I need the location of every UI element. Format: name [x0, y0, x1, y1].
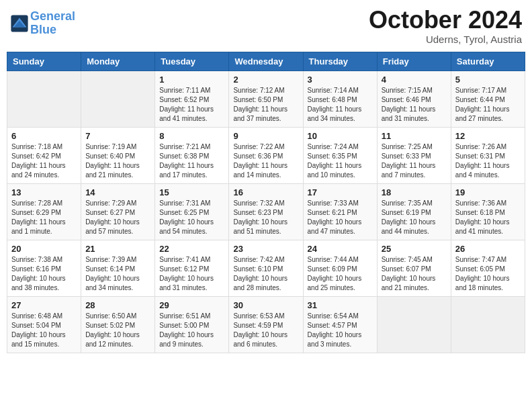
day-number: 19 [455, 187, 521, 197]
calendar-cell: 30Sunrise: 6:53 AM Sunset: 4:59 PM Dayli… [229, 296, 303, 353]
location: Uderns, Tyrol, Austria [369, 34, 522, 45]
calendar-cell: 23Sunrise: 7:42 AM Sunset: 6:10 PM Dayli… [229, 240, 303, 296]
calendar-cell: 3Sunrise: 7:14 AM Sunset: 6:48 PM Daylig… [303, 71, 377, 127]
day-number: 24 [308, 244, 373, 254]
day-info: Sunrise: 7:15 AM Sunset: 6:46 PM Dayligh… [382, 86, 447, 124]
calendar-cell: 15Sunrise: 7:31 AM Sunset: 6:25 PM Dayli… [155, 183, 229, 240]
day-info: Sunrise: 7:41 AM Sunset: 6:12 PM Dayligh… [159, 255, 224, 293]
weekday-header: Saturday [451, 52, 525, 71]
calendar-cell: 4Sunrise: 7:15 AM Sunset: 6:46 PM Daylig… [377, 71, 451, 127]
day-info: Sunrise: 6:51 AM Sunset: 5:00 PM Dayligh… [159, 312, 224, 349]
calendar-cell [7, 71, 81, 127]
day-info: Sunrise: 7:21 AM Sunset: 6:38 PM Dayligh… [159, 142, 224, 180]
calendar-cell: 12Sunrise: 7:26 AM Sunset: 6:31 PM Dayli… [451, 127, 525, 183]
day-info: Sunrise: 7:45 AM Sunset: 6:07 PM Dayligh… [382, 255, 447, 293]
day-number: 1 [159, 75, 224, 85]
day-number: 30 [233, 300, 298, 310]
calendar-cell: 27Sunrise: 6:48 AM Sunset: 5:04 PM Dayli… [7, 296, 81, 353]
day-info: Sunrise: 7:36 AM Sunset: 6:18 PM Dayligh… [455, 199, 521, 236]
weekday-header: Tuesday [155, 52, 229, 71]
day-info: Sunrise: 6:53 AM Sunset: 4:59 PM Dayligh… [233, 312, 298, 349]
day-number: 9 [233, 131, 298, 141]
day-number: 14 [85, 187, 150, 197]
day-number: 8 [159, 131, 224, 141]
day-info: Sunrise: 7:38 AM Sunset: 6:16 PM Dayligh… [11, 255, 77, 293]
calendar-cell: 21Sunrise: 7:39 AM Sunset: 6:14 PM Dayli… [81, 240, 155, 296]
day-info: Sunrise: 7:19 AM Sunset: 6:40 PM Dayligh… [85, 142, 150, 180]
day-number: 11 [382, 131, 447, 141]
title-block: October 2024 Uderns, Tyrol, Austria [369, 7, 522, 45]
calendar-cell: 25Sunrise: 7:45 AM Sunset: 6:07 PM Dayli… [377, 240, 451, 296]
day-number: 22 [159, 244, 224, 254]
day-info: Sunrise: 7:17 AM Sunset: 6:44 PM Dayligh… [455, 86, 521, 124]
calendar-cell: 7Sunrise: 7:19 AM Sunset: 6:40 PM Daylig… [81, 127, 155, 183]
calendar-week-row: 1Sunrise: 7:11 AM Sunset: 6:52 PM Daylig… [7, 71, 525, 127]
calendar-cell: 9Sunrise: 7:22 AM Sunset: 6:36 PM Daylig… [229, 127, 303, 183]
day-info: Sunrise: 7:18 AM Sunset: 6:42 PM Dayligh… [11, 142, 77, 180]
logo: General Blue [10, 10, 75, 37]
day-number: 6 [11, 131, 77, 141]
calendar-cell: 31Sunrise: 6:54 AM Sunset: 4:57 PM Dayli… [303, 296, 377, 353]
day-number: 3 [308, 75, 373, 85]
day-info: Sunrise: 7:32 AM Sunset: 6:23 PM Dayligh… [233, 199, 298, 236]
day-info: Sunrise: 7:25 AM Sunset: 6:33 PM Dayligh… [382, 142, 447, 180]
day-number: 29 [159, 300, 224, 310]
calendar-cell: 29Sunrise: 6:51 AM Sunset: 5:00 PM Dayli… [155, 296, 229, 353]
day-info: Sunrise: 7:29 AM Sunset: 6:27 PM Dayligh… [85, 199, 150, 236]
day-number: 4 [382, 75, 447, 85]
page-header: General Blue October 2024 Uderns, Tyrol,… [7, 7, 525, 45]
day-number: 10 [308, 131, 373, 141]
day-info: Sunrise: 6:50 AM Sunset: 5:02 PM Dayligh… [85, 312, 150, 349]
calendar-cell: 2Sunrise: 7:12 AM Sunset: 6:50 PM Daylig… [229, 71, 303, 127]
weekday-header: Thursday [303, 52, 377, 71]
day-number: 21 [85, 244, 150, 254]
day-number: 7 [85, 131, 150, 141]
calendar-cell: 10Sunrise: 7:24 AM Sunset: 6:35 PM Dayli… [303, 127, 377, 183]
calendar-cell: 1Sunrise: 7:11 AM Sunset: 6:52 PM Daylig… [155, 71, 229, 127]
calendar-week-row: 13Sunrise: 7:28 AM Sunset: 6:29 PM Dayli… [7, 183, 525, 240]
day-info: Sunrise: 7:11 AM Sunset: 6:52 PM Dayligh… [159, 86, 224, 124]
day-info: Sunrise: 6:48 AM Sunset: 5:04 PM Dayligh… [11, 312, 77, 349]
day-info: Sunrise: 7:26 AM Sunset: 6:31 PM Dayligh… [455, 142, 521, 180]
day-info: Sunrise: 7:39 AM Sunset: 6:14 PM Dayligh… [85, 255, 150, 293]
day-number: 18 [382, 187, 447, 197]
day-number: 23 [233, 244, 298, 254]
calendar-table: SundayMondayTuesdayWednesdayThursdayFrid… [7, 52, 525, 353]
calendar-cell [451, 296, 525, 353]
day-info: Sunrise: 7:22 AM Sunset: 6:36 PM Dayligh… [233, 142, 298, 180]
day-info: Sunrise: 7:42 AM Sunset: 6:10 PM Dayligh… [233, 255, 298, 293]
logo-icon [10, 14, 29, 33]
calendar-week-row: 27Sunrise: 6:48 AM Sunset: 5:04 PM Dayli… [7, 296, 525, 353]
day-number: 2 [233, 75, 298, 85]
calendar-cell: 16Sunrise: 7:32 AM Sunset: 6:23 PM Dayli… [229, 183, 303, 240]
day-info: Sunrise: 6:54 AM Sunset: 4:57 PM Dayligh… [308, 312, 373, 349]
weekday-header: Friday [377, 52, 451, 71]
day-number: 16 [233, 187, 298, 197]
day-number: 15 [159, 187, 224, 197]
day-number: 25 [382, 244, 447, 254]
calendar-cell [377, 296, 451, 353]
day-info: Sunrise: 7:44 AM Sunset: 6:09 PM Dayligh… [308, 255, 373, 293]
calendar-cell: 18Sunrise: 7:35 AM Sunset: 6:19 PM Dayli… [377, 183, 451, 240]
day-info: Sunrise: 7:33 AM Sunset: 6:21 PM Dayligh… [308, 199, 373, 236]
calendar-cell: 8Sunrise: 7:21 AM Sunset: 6:38 PM Daylig… [155, 127, 229, 183]
weekday-header: Monday [81, 52, 155, 71]
calendar-cell: 11Sunrise: 7:25 AM Sunset: 6:33 PM Dayli… [377, 127, 451, 183]
calendar-cell: 6Sunrise: 7:18 AM Sunset: 6:42 PM Daylig… [7, 127, 81, 183]
calendar-cell: 5Sunrise: 7:17 AM Sunset: 6:44 PM Daylig… [451, 71, 525, 127]
day-number: 26 [455, 244, 521, 254]
calendar-cell: 26Sunrise: 7:47 AM Sunset: 6:05 PM Dayli… [451, 240, 525, 296]
weekday-header: Sunday [7, 52, 81, 71]
day-number: 20 [11, 244, 77, 254]
calendar-week-row: 20Sunrise: 7:38 AM Sunset: 6:16 PM Dayli… [7, 240, 525, 296]
month-title: October 2024 [369, 7, 522, 34]
day-info: Sunrise: 7:35 AM Sunset: 6:19 PM Dayligh… [382, 199, 447, 236]
day-number: 17 [308, 187, 373, 197]
calendar-cell: 24Sunrise: 7:44 AM Sunset: 6:09 PM Dayli… [303, 240, 377, 296]
calendar-cell: 13Sunrise: 7:28 AM Sunset: 6:29 PM Dayli… [7, 183, 81, 240]
calendar-cell: 14Sunrise: 7:29 AM Sunset: 6:27 PM Dayli… [81, 183, 155, 240]
day-number: 28 [85, 300, 150, 310]
day-info: Sunrise: 7:24 AM Sunset: 6:35 PM Dayligh… [308, 142, 373, 180]
calendar-cell: 20Sunrise: 7:38 AM Sunset: 6:16 PM Dayli… [7, 240, 81, 296]
calendar-cell: 17Sunrise: 7:33 AM Sunset: 6:21 PM Dayli… [303, 183, 377, 240]
